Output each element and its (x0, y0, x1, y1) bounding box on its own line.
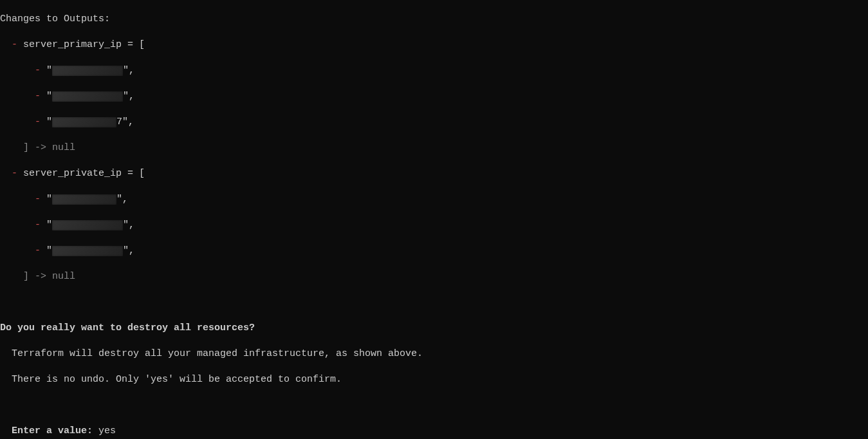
confirm-prompt-line: Enter a value: yes (0, 425, 868, 438)
redacted-ip (52, 246, 123, 256)
output-private-ip-tail: ] -> null (0, 270, 868, 283)
output-private-ip-item: - "", (0, 193, 868, 206)
outputs-header: Changes to Outputs: (0, 13, 868, 26)
output-primary-ip-item: - "7", (0, 116, 868, 129)
confirm-input[interactable]: yes (98, 425, 116, 436)
output-private-ip-item: - "", (0, 219, 868, 232)
output-primary-ip-item: - "", (0, 64, 868, 77)
redacted-ip (52, 194, 116, 205)
terminal-output: Changes to Outputs: - server_primary_ip … (0, 0, 868, 439)
redacted-ip (52, 91, 123, 102)
blank-line (0, 296, 868, 309)
redacted-ip (52, 117, 116, 127)
output-primary-ip-item: - "", (0, 90, 868, 103)
redacted-ip (52, 66, 123, 76)
output-primary-ip: - server_primary_ip = [ (0, 39, 868, 51)
confirm-line-2: There is no undo. Only 'yes' will be acc… (0, 373, 868, 386)
confirm-line-1: Terraform will destroy all your managed … (0, 348, 868, 360)
confirm-prompt: Enter a value: (0, 425, 98, 436)
blank-line (0, 399, 868, 412)
redacted-ip (52, 220, 123, 230)
output-private-ip: - server_private_ip = [ (0, 167, 868, 180)
output-primary-ip-tail: ] -> null (0, 142, 868, 154)
confirm-question: Do you really want to destroy all resour… (0, 322, 868, 335)
output-private-ip-item: - "", (0, 245, 868, 257)
